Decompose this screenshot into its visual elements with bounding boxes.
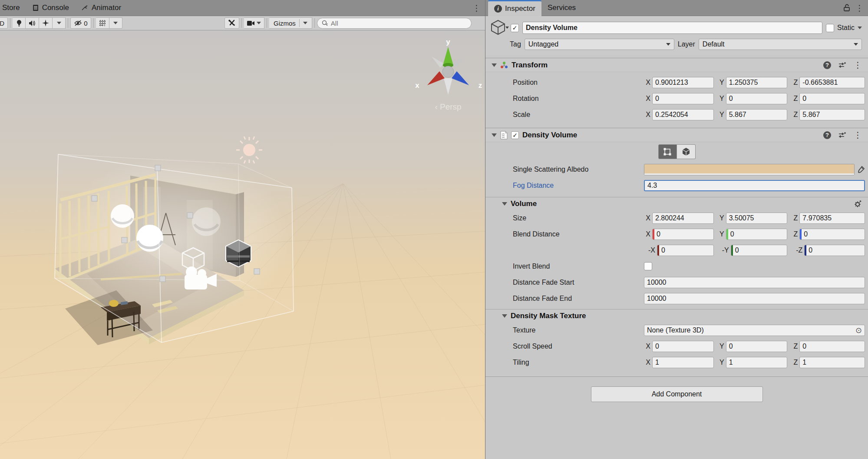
axis-y-label: y: [446, 38, 450, 46]
static-label: Static: [837, 24, 855, 32]
blend-z-field[interactable]: 0: [799, 229, 865, 240]
advanced-gear-icon[interactable]: [854, 200, 862, 208]
tiling-x-field[interactable]: 1: [652, 357, 714, 368]
size-y-field[interactable]: 3.50075: [726, 213, 788, 224]
tiling-y-field[interactable]: 1: [726, 357, 788, 368]
edit-bounds-icon: [663, 147, 672, 156]
edit-volume-button[interactable]: [677, 144, 696, 159]
transform-header[interactable]: Transform ? ⋮: [485, 58, 868, 72]
tab-services[interactable]: Services: [541, 0, 582, 16]
tab-animator-label: Animator: [92, 3, 121, 12]
component-enabled-checkbox[interactable]: ✓: [511, 131, 519, 139]
scale-z-field[interactable]: 5.867: [799, 109, 865, 120]
component-menu-icon[interactable]: ⋮: [854, 57, 862, 73]
volume-subheader[interactable]: Volume: [485, 197, 868, 210]
gizmos-button[interactable]: Gizmos: [269, 17, 312, 29]
scene-grid-button[interactable]: [96, 17, 109, 29]
tab-inspector[interactable]: i Inspector: [488, 0, 541, 16]
static-checkbox[interactable]: [826, 24, 834, 32]
scene-visibility-button[interactable]: 0: [70, 17, 91, 29]
rotation-z-field[interactable]: 0: [799, 93, 865, 104]
scene-search[interactable]: [317, 18, 472, 29]
foldout-icon[interactable]: [492, 63, 497, 67]
size-x-field[interactable]: 2.800244: [652, 213, 714, 224]
scene-camera-button[interactable]: [244, 17, 264, 29]
chevron-down-icon: [303, 22, 307, 24]
component-tools-button[interactable]: [224, 17, 239, 29]
tab-console[interactable]: Console: [26, 0, 75, 16]
scene-audio-button[interactable]: [26, 17, 39, 29]
script-icon: [500, 131, 508, 140]
tiling-z-field[interactable]: 1: [799, 357, 865, 368]
tab-inspector-label: Inspector: [505, 4, 535, 13]
distance-fade-end-field[interactable]: 10000: [644, 293, 865, 304]
layer-dropdown[interactable]: Default: [699, 39, 862, 50]
scroll-z-field[interactable]: 0: [799, 341, 865, 352]
scene-tab-menu-icon[interactable]: ⋮: [468, 0, 485, 16]
foldout-icon[interactable]: [492, 133, 497, 137]
object-picker-icon[interactable]: ⊙: [855, 326, 862, 334]
preset-icon[interactable]: [838, 132, 846, 139]
scale-x-field[interactable]: 0.2542054: [652, 109, 714, 120]
position-y-field[interactable]: 1.250375: [726, 77, 788, 88]
help-icon[interactable]: ?: [823, 131, 831, 139]
blend-neg-z-field[interactable]: 0: [804, 245, 865, 256]
albedo-color-field[interactable]: [644, 164, 855, 175]
scroll-x-field[interactable]: 0: [652, 341, 714, 352]
rotation-x-field[interactable]: 0: [652, 93, 714, 104]
scene-lighting-button[interactable]: [13, 17, 26, 29]
tag-dropdown[interactable]: Untagged: [525, 39, 674, 50]
blend-distance-neg-row: -X0 -Y0 -Z0: [485, 242, 868, 258]
toggle-2d-button[interactable]: 2D: [0, 17, 8, 29]
search-input[interactable]: [331, 20, 467, 27]
scroll-y-field[interactable]: 0: [726, 341, 788, 352]
gameobject-name-field[interactable]: Density Volume: [522, 22, 822, 34]
blend-x-field[interactable]: 0: [652, 229, 714, 240]
scene-effects-button[interactable]: [39, 17, 53, 29]
position-x-field[interactable]: 0.9001213: [652, 77, 714, 88]
invert-blend-checkbox[interactable]: [644, 262, 652, 270]
blend-neg-x-field[interactable]: 0: [657, 245, 714, 256]
add-component-button[interactable]: Add Component: [591, 386, 763, 402]
tab-animator[interactable]: Animator: [75, 0, 127, 16]
chevron-down-icon: [505, 29, 509, 37]
blend-y-field[interactable]: 0: [726, 229, 788, 240]
gameobject-cube-icon[interactable]: [490, 19, 507, 37]
tag-label: Tag: [510, 40, 521, 48]
size-z-field[interactable]: 7.970835: [799, 213, 865, 224]
lock-icon[interactable]: [843, 4, 850, 12]
eyedropper-icon[interactable]: [857, 166, 865, 173]
edit-bounds-button[interactable]: [658, 144, 677, 159]
scene-grid-dropdown[interactable]: [109, 17, 122, 29]
position-z-field[interactable]: -0.6653881: [799, 77, 865, 88]
foldout-icon[interactable]: [502, 314, 507, 318]
texture-row: Texture None (Texture 3D) ⊙: [485, 322, 868, 338]
hidden-count: 0: [84, 20, 87, 27]
speaker-icon: [29, 20, 36, 27]
mask-texture-subheader[interactable]: Density Mask Texture: [485, 309, 868, 322]
gameobject-enabled-checkbox[interactable]: ✓: [511, 24, 519, 32]
scale-y-field[interactable]: 5.867: [726, 109, 788, 120]
fog-distance-field[interactable]: 4.3: [644, 180, 865, 191]
transform-title: Transform: [512, 61, 548, 70]
help-icon[interactable]: ?: [823, 61, 831, 69]
blend-neg-y-field[interactable]: 0: [731, 245, 788, 256]
distance-fade-start-field[interactable]: 10000: [644, 277, 865, 288]
fog-distance-row: Fog Distance 4.3: [485, 177, 868, 193]
rotation-y-field[interactable]: 0: [726, 93, 788, 104]
component-menu-icon[interactable]: ⋮: [854, 127, 862, 143]
inspector-menu-icon[interactable]: ⋮: [851, 0, 868, 16]
preset-icon[interactable]: [838, 62, 846, 69]
tab-console-label: Console: [42, 3, 69, 12]
foldout-icon[interactable]: [502, 202, 507, 206]
inspector-tabbar: i Inspector Services ⋮: [485, 0, 868, 16]
perspective-toggle[interactable]: ‹ Persp: [435, 102, 461, 111]
chevron-down-icon: [257, 22, 261, 24]
static-dropdown-icon[interactable]: [858, 27, 862, 29]
eye-off-icon: [74, 20, 82, 27]
tab-store[interactable]: Store: [0, 0, 26, 16]
texture-object-field[interactable]: None (Texture 3D) ⊙: [644, 325, 865, 336]
axis-z-label: z: [479, 81, 482, 90]
scene-effects-dropdown[interactable]: [53, 17, 66, 29]
density-volume-header[interactable]: ✓ Density Volume ? ⋮: [485, 128, 868, 142]
